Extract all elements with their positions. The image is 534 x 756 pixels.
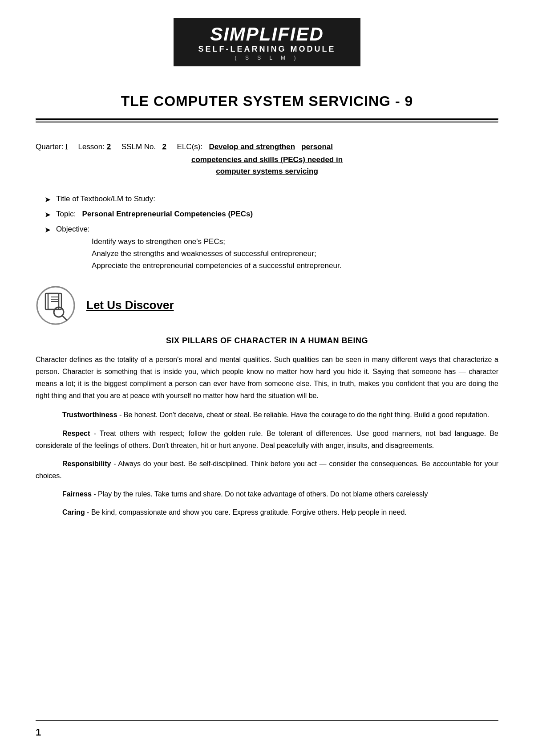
bullet-arrow-3: ➤ (44, 225, 51, 235)
bullet-section: ➤ Title of Textbook/LM to Study: ➤ Topic… (36, 195, 498, 272)
topic-content: Topic: Personal Entrepreneurial Competen… (56, 210, 498, 219)
pillar-fairness: Fairness - Play by the rules. Take turns… (36, 488, 498, 500)
logo-subtitle: SELF-LEARNING MODULE (191, 45, 343, 54)
sslm-value: 2 (162, 142, 166, 151)
page-number: 1 (36, 727, 498, 738)
pillar-name-fairness: Fairness (62, 490, 92, 498)
meta-section: Quarter: I Lesson: 2 SSLM No. 2 ELC(s): … (36, 132, 498, 195)
bullet-arrow-1: ➤ (44, 195, 51, 204)
lesson-label: Lesson: (78, 142, 105, 151)
objective-content: Objective: Identify ways to strengthen o… (56, 225, 498, 272)
objective-item-2: Analyze the strengths and weaknesses of … (92, 248, 498, 260)
pillar-text-caring: - Be kind, compassionate and show you ca… (85, 508, 407, 516)
pillar-text-respect: - Treat others with respect; follow the … (36, 430, 498, 449)
meta-line1: Quarter: I Lesson: 2 SSLM No. 2 ELC(s): … (36, 142, 498, 151)
objective-item-1: Identify ways to strengthen one's PECs; (92, 236, 498, 248)
footer-section: 1 (36, 720, 498, 738)
sslm-label: SSLM No. (121, 142, 156, 151)
objective-label: Objective: (56, 225, 90, 233)
module-title: TLE COMPUTER SYSTEM SERVICING - 9 (36, 93, 498, 110)
lesson-value: 2 (107, 142, 111, 151)
elc-text-inline: Develop and strengthen (209, 142, 295, 151)
discover-text: Let Us Discover (86, 298, 174, 312)
svg-line-7 (62, 316, 67, 320)
pillar-text-fairness: - Play by the rules. Take turns and shar… (92, 490, 428, 498)
header-logo-container: SIMPLIFIED SELF-LEARNING MODULE ( S S L … (36, 0, 498, 80)
elc-line2: competencies and skills (PECs) needed in (191, 155, 343, 164)
six-pillars-heading: SIX PILLARS OF CHARACTER IN A HUMAN BEIN… (36, 336, 498, 345)
pillar-trustworthiness: Trustworthiness - Be honest. Don't decei… (36, 409, 498, 421)
quarter-label: Quarter: (36, 142, 63, 151)
top-rule-thick (36, 118, 498, 121)
six-pillars-intro: Character defines as the totality of a p… (36, 354, 498, 402)
elc-personal: personal (301, 142, 333, 151)
module-title-section: TLE COMPUTER SYSTEM SERVICING - 9 (36, 80, 498, 118)
logo-acronym: ( S S L M ) (191, 55, 343, 61)
pillar-name-respect: Respect (62, 430, 90, 437)
page: SIMPLIFIED SELF-LEARNING MODULE ( S S L … (0, 0, 534, 756)
logo-title: SIMPLIFIED (191, 25, 343, 44)
top-rule-thin (36, 122, 498, 123)
bullet-textbook: ➤ Title of Textbook/LM to Study: (44, 195, 498, 204)
svg-point-0 (37, 287, 74, 324)
pillar-name-trustworthiness: Trustworthiness (62, 411, 117, 419)
textbook-content: Title of Textbook/LM to Study: (56, 195, 498, 203)
pillar-name-responsibility: Responsibility (62, 460, 111, 467)
pillar-name-caring: Caring (62, 508, 85, 516)
discover-section: Let Us Discover (36, 285, 498, 325)
topic-label: Topic: (56, 210, 76, 218)
pillar-respect: Respect - Treat others with respect; fol… (36, 427, 498, 451)
pillar-caring: Caring - Be kind, compassionate and show… (36, 506, 498, 518)
discover-icon (36, 285, 76, 325)
textbook-label: Title of Textbook/LM to Study: (56, 195, 155, 203)
bullet-objective: ➤ Objective: Identify ways to strengthen… (44, 225, 498, 272)
logo-box: SIMPLIFIED SELF-LEARNING MODULE ( S S L … (174, 18, 360, 66)
pillar-responsibility: Responsibility - Always do your best. Be… (36, 458, 498, 482)
elc-line3: computer systems servicing (216, 167, 318, 175)
pillar-text-trustworthiness: - Be honest. Don't deceive, cheat or ste… (117, 411, 490, 419)
objective-indent: Identify ways to strengthen one's PECs; … (56, 236, 498, 272)
objective-item-3: Appreciate the entrepreneurial competenc… (92, 260, 498, 272)
elc-title: competencies and skills (PECs) needed in… (36, 154, 498, 177)
footer-rule (36, 720, 498, 721)
elc-label: ELC(s): (177, 142, 203, 151)
topic-value: Personal Entrepreneurial Competencies (P… (82, 210, 253, 218)
bullet-topic: ➤ Topic: Personal Entrepreneurial Compet… (44, 210, 498, 219)
bullet-arrow-2: ➤ (44, 210, 51, 219)
quarter-value: I (65, 142, 68, 151)
